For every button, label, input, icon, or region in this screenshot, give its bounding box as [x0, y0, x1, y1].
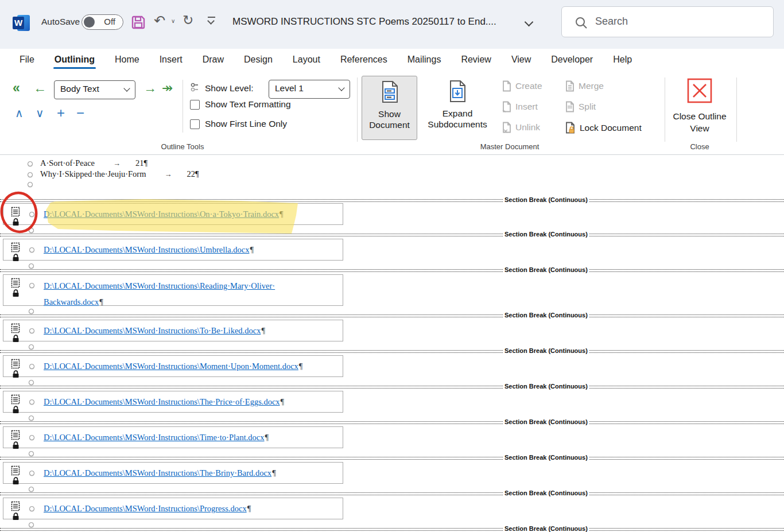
- tab-mark: →: [164, 170, 172, 178]
- tab-help[interactable]: Help: [611, 52, 634, 69]
- subdocument-icon[interactable]: [11, 501, 20, 514]
- section-break: Section Break (Continuous): [0, 448, 784, 462]
- subdocument-box: D:\LOCAL·Documents\MSWord·Instructions\T…: [3, 391, 343, 413]
- outline-level-combo[interactable]: Body Text: [54, 80, 135, 99]
- pilcrow-mark: ¶: [247, 504, 251, 513]
- undo-dropdown-caret[interactable]: ∨: [171, 18, 175, 24]
- undo-button[interactable]: ↶ ∨: [154, 13, 180, 33]
- pilcrow-mark: ¶: [280, 209, 284, 219]
- outline-body-bullet[interactable]: [28, 182, 33, 187]
- chevron-down-icon: [123, 85, 130, 91]
- pilcrow-mark: ¶: [265, 433, 269, 442]
- expand-subdocuments-icon: [423, 79, 492, 106]
- tab-mailings[interactable]: Mailings: [405, 52, 444, 69]
- move-down-button[interactable]: ∨: [36, 106, 44, 120]
- subdocument-hyperlink[interactable]: D:\LOCAL·Documents\MSWord·Instructions\R…: [44, 281, 275, 306]
- tab-file[interactable]: File: [17, 52, 37, 69]
- outline-body-bullet[interactable]: [29, 399, 34, 405]
- subdocument-hyperlink[interactable]: D:\LOCAL·Documents\MSWord·Instructions\T…: [44, 433, 265, 442]
- locked-subdocument-icon: [12, 289, 20, 300]
- outline-body-bullet[interactable]: [29, 435, 34, 440]
- collapse-button[interactable]: −: [76, 106, 84, 120]
- demote-button[interactable]: →: [143, 80, 157, 95]
- expand-subdocuments-label: Expand Subdocuments: [423, 108, 492, 130]
- search-icon: [575, 16, 588, 30]
- tab-home[interactable]: Home: [112, 52, 142, 69]
- save-icon: [131, 15, 146, 30]
- redo-button[interactable]: ↻: [183, 13, 193, 28]
- section-break: Section Break (Continuous): [0, 341, 784, 355]
- section-break-label: Section Break (Continuous): [503, 196, 589, 203]
- tab-view[interactable]: View: [509, 52, 533, 69]
- tab-draw[interactable]: Draw: [200, 52, 226, 69]
- outline-body-bullet[interactable]: [29, 471, 34, 476]
- word-window: W AutoSave Off ↶ ∨ ↻ MSWORD INSTRUCTIONS…: [0, 0, 784, 532]
- subdocument-hyperlink[interactable]: D:\LOCAL·Documents\MSWord·Instructions\M…: [44, 362, 298, 371]
- outline-body-bullet[interactable]: [29, 506, 34, 511]
- tab-layout[interactable]: Layout: [290, 52, 323, 69]
- section-break-label: Section Break (Continuous): [503, 383, 589, 390]
- subdocument-icon[interactable]: [11, 359, 20, 371]
- show-level-combo[interactable]: Level 1: [269, 80, 350, 99]
- autosave-toggle[interactable]: Off: [81, 14, 123, 30]
- subdocument-hyperlink[interactable]: D:\LOCAL·Documents\MSWord·Instructions\O…: [44, 209, 279, 219]
- outline-body-bullet[interactable]: [29, 283, 34, 288]
- close-outline-view-label: Close Outline View: [667, 110, 732, 134]
- close-outline-view-button[interactable]: Close Outline View: [667, 76, 732, 134]
- show-first-line-only-label: Show First Line Only: [205, 119, 287, 129]
- subdocument-icon[interactable]: [11, 323, 20, 336]
- subdocument-icon[interactable]: [11, 465, 20, 478]
- master-document-group-label: Master Document: [453, 142, 566, 151]
- show-document-button[interactable]: Show Document: [362, 76, 417, 140]
- lock-document-button[interactable]: Lock Document: [565, 122, 642, 134]
- document-title: MSWORD INSTRUCTIONS STC Poems 20250117 t…: [232, 16, 496, 28]
- subdocument-icon[interactable]: [11, 278, 20, 290]
- subdocument-box: D:\LOCAL·Documents\MSWord·Instructions\T…: [3, 426, 343, 448]
- create-document-icon: [502, 80, 512, 92]
- subdocument-hyperlink[interactable]: D:\LOCAL·Documents\MSWord·Instructions\T…: [44, 326, 261, 335]
- tab-design[interactable]: Design: [242, 52, 275, 69]
- promote-button[interactable]: ←: [33, 80, 46, 95]
- split-document-icon: [565, 101, 575, 112]
- expand-button[interactable]: +: [57, 106, 65, 120]
- subdocument-icon[interactable]: [11, 430, 20, 442]
- unlink-subdocument-button: Unlink: [502, 122, 540, 133]
- outline-body-bullet[interactable]: [29, 328, 34, 333]
- outline-body-bullet[interactable]: [29, 247, 34, 253]
- outline-body-bullet[interactable]: [29, 212, 34, 217]
- show-text-formatting-option[interactable]: Show Text Formatting: [190, 99, 291, 110]
- search-input[interactable]: Search: [561, 6, 774, 37]
- title-dropdown-caret[interactable]: [525, 18, 534, 27]
- subdocument-list: Section Break (Continuous)D:\LOCAL·Docum…: [0, 191, 784, 532]
- split-subdocument-button: Split: [565, 101, 596, 112]
- tab-references[interactable]: References: [338, 52, 390, 69]
- subdocument-hyperlink[interactable]: D:\LOCAL·Documents\MSWord·Instructions\T…: [44, 397, 280, 406]
- demote-to-body-text-button[interactable]: ↠: [162, 80, 173, 95]
- group-inner-separator: [183, 80, 183, 133]
- section-break: Section Break (Continuous): [0, 261, 784, 274]
- show-first-line-only-option[interactable]: Show First Line Only: [190, 119, 287, 129]
- promote-to-heading1-button[interactable]: «: [13, 80, 20, 95]
- show-first-line-only-checkbox[interactable]: [190, 119, 200, 129]
- subdocument-hyperlink[interactable]: D:\LOCAL·Documents\MSWord·Instructions\T…: [44, 468, 271, 477]
- subdocument-hyperlink[interactable]: D:\LOCAL·Documents\MSWord·Instructions\P…: [44, 504, 247, 513]
- show-text-formatting-checkbox[interactable]: [190, 100, 200, 110]
- tab-developer[interactable]: Developer: [549, 52, 595, 69]
- outline-body-bullet[interactable]: [29, 364, 34, 369]
- outline-body-bullet[interactable]: [28, 161, 33, 166]
- expand-subdocuments-button[interactable]: Expand Subdocuments: [423, 76, 492, 140]
- subdocument-path: D:\LOCAL·Documents\MSWord·Instructions\O…: [44, 204, 343, 225]
- tab-outlining[interactable]: Outlining: [52, 52, 97, 69]
- tab-review[interactable]: Review: [459, 52, 493, 69]
- subdocument-icon[interactable]: [11, 242, 20, 255]
- subdocument-icon[interactable]: [11, 207, 20, 219]
- customize-quick-access-button[interactable]: [208, 17, 217, 28]
- tab-insert[interactable]: Insert: [157, 52, 185, 69]
- move-up-button[interactable]: ∧: [15, 106, 24, 120]
- subdocument-icon[interactable]: [11, 394, 20, 407]
- outline-body-bullet[interactable]: [28, 172, 33, 177]
- section-break: Section Break (Continuous): [0, 413, 784, 426]
- save-button[interactable]: [131, 15, 146, 30]
- toc-entry-text: Why·I·Skipped·the·Jeuju·Form→22¶: [40, 169, 199, 179]
- subdocument-hyperlink[interactable]: D:\LOCAL·Documents\MSWord·Instructions\U…: [44, 245, 249, 254]
